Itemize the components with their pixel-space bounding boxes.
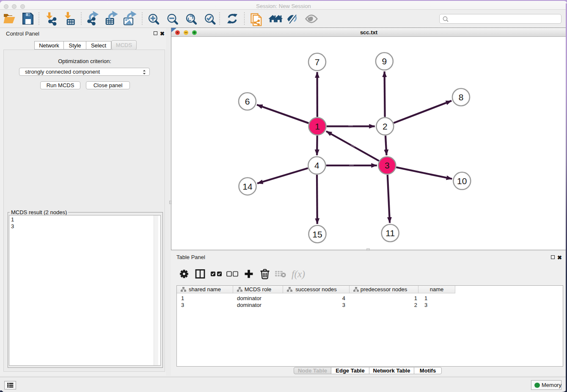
svg-text:11: 11 <box>385 228 395 238</box>
svg-text:7: 7 <box>315 57 320 67</box>
svg-text:15: 15 <box>312 229 322 239</box>
svg-text:6: 6 <box>245 97 250 106</box>
svg-text:f(x): f(x) <box>292 269 305 279</box>
svg-text:9: 9 <box>382 56 387 66</box>
svg-text:10: 10 <box>457 176 467 186</box>
svg-text:1: 1 <box>315 121 320 131</box>
svg-text:14: 14 <box>242 182 253 191</box>
svg-text:8: 8 <box>459 92 464 102</box>
svg-text:2: 2 <box>383 121 388 131</box>
svg-text:3: 3 <box>385 160 390 170</box>
svg-text:4: 4 <box>314 160 319 170</box>
